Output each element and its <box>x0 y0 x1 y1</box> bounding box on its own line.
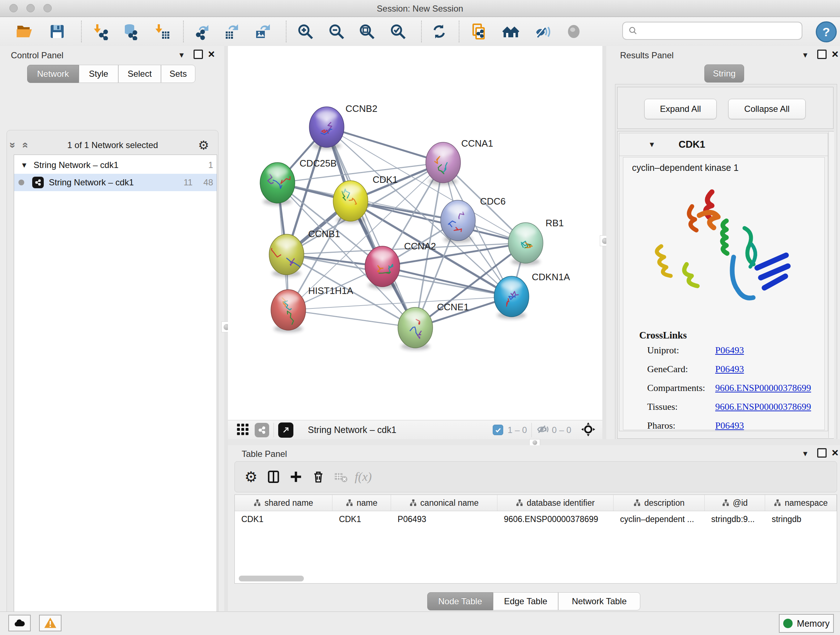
save-session-icon[interactable] <box>48 22 66 41</box>
column-header-description[interactable]: description <box>614 495 705 511</box>
control-panel-close-icon[interactable]: × <box>208 50 215 57</box>
column-header-canonical-name[interactable]: canonical name <box>391 495 497 511</box>
table-panel-close-icon[interactable]: × <box>832 449 838 456</box>
collection-expander-icon[interactable]: ▼ <box>21 161 28 169</box>
crosslink-value-link[interactable]: 9606.ENSP00000378699 <box>715 383 811 394</box>
show-all-networks-icon[interactable] <box>501 22 520 41</box>
zoom-in-icon[interactable] <box>296 22 315 41</box>
cloud-status-button[interactable] <box>8 615 31 631</box>
network-edge[interactable] <box>382 266 512 296</box>
table-cell[interactable]: CDK1 <box>332 515 391 524</box>
network-node-CDKN1A[interactable]: CDKN1A <box>494 272 570 319</box>
gene-section-header[interactable]: ▼ CDK1 <box>619 133 828 156</box>
network-node-CCNE1[interactable]: CCNE1 <box>398 302 469 350</box>
tab-style[interactable]: Style <box>79 65 118 83</box>
zoom-out-icon[interactable] <box>327 22 346 41</box>
import-network-icon[interactable] <box>91 22 110 41</box>
network-node-RB1[interactable]: RB1 <box>508 218 564 265</box>
results-panel-close-icon[interactable]: × <box>832 50 838 57</box>
import-table-icon[interactable] <box>153 22 172 41</box>
table-cell[interactable]: stringdb:9... <box>705 515 765 524</box>
zoom-fit-icon[interactable] <box>357 22 376 41</box>
toolbar-separator <box>459 21 459 42</box>
export-table-icon[interactable] <box>222 22 241 41</box>
open-in-browser-icon[interactable] <box>278 423 294 438</box>
table-row[interactable]: CDK1CDK1P064939606.ENSP00000378699cyclin… <box>235 511 837 527</box>
control-panel-menu-icon[interactable]: ▼ <box>178 51 185 59</box>
network-edge[interactable] <box>288 310 415 328</box>
network-type-icon <box>32 177 44 188</box>
network-collection-row[interactable]: ▼ String Network – cdk1 1 <box>14 155 217 174</box>
search-input[interactable] <box>638 25 791 36</box>
birds-eye-grid-icon[interactable] <box>236 423 249 438</box>
toolbar-search[interactable] <box>622 22 802 40</box>
table-cell[interactable]: cyclin–dependent ... <box>614 515 705 524</box>
crosslink-value-link[interactable]: P06493 <box>715 345 744 356</box>
tab-select[interactable]: Select <box>118 65 161 83</box>
crosslink-value-link[interactable]: P06493 <box>715 420 744 431</box>
table-cell[interactable]: stringdb <box>765 515 837 524</box>
network-edge[interactable] <box>351 201 526 243</box>
tab-node-table[interactable]: Node Table <box>427 592 493 610</box>
crosslink-value-link[interactable]: P06493 <box>715 364 744 375</box>
network-edge[interactable] <box>327 127 443 163</box>
tab-network-table[interactable]: Network Table <box>558 592 640 610</box>
fit-selected-crosshair-icon[interactable] <box>581 422 596 439</box>
tab-string[interactable]: String <box>704 65 744 82</box>
table-cell[interactable]: CDK1 <box>235 515 332 524</box>
network-share-icon[interactable] <box>255 423 269 437</box>
table-hscrollbar[interactable] <box>239 576 304 581</box>
delete-column-icon[interactable] <box>307 466 330 488</box>
results-panel-float-icon[interactable] <box>817 50 827 59</box>
tab-network[interactable]: Network <box>27 65 79 83</box>
network-canvas[interactable]: CCNB2CCNA1CDC25BCDK1CDC6RB1CCNB1CCNA2CDK… <box>228 46 602 420</box>
network-row-selected[interactable]: String Network – cdk1 11 48 <box>14 174 217 191</box>
table-panel-menu-icon[interactable]: ▼ <box>802 450 809 458</box>
column-header-name[interactable]: name <box>332 495 391 511</box>
help-icon[interactable]: ? <box>816 21 837 42</box>
selected-checkbox-icon[interactable] <box>493 424 503 435</box>
column-header-namespace[interactable]: namespace <box>765 495 837 511</box>
column-header-database-identifier[interactable]: database identifier <box>497 495 614 511</box>
copy-network-icon[interactable] <box>470 22 488 41</box>
network-graph[interactable]: CCNB2CCNA1CDC25BCDK1CDC6RB1CCNB1CCNA2CDK… <box>228 46 602 420</box>
column-header-shared-name[interactable]: shared name <box>235 495 332 511</box>
network-node-CDC25B[interactable]: CDC25B <box>260 158 337 205</box>
network-edge[interactable] <box>327 127 415 328</box>
tab-edge-table[interactable]: Edge Table <box>493 592 558 610</box>
control-panel-title: Control Panel <box>11 50 63 60</box>
expand-all-button[interactable]: Expand All <box>644 99 717 119</box>
network-options-gear-icon[interactable]: ⚙ <box>198 138 209 152</box>
show-columns-icon[interactable] <box>262 466 285 488</box>
delete-table-icon[interactable] <box>330 466 352 488</box>
zoom-selected-icon[interactable] <box>388 22 407 41</box>
import-network-from-database-icon[interactable] <box>121 22 140 41</box>
table-settings-gear-icon[interactable]: ⚙ <box>240 466 262 488</box>
column-header-@id[interactable]: @id <box>705 495 765 511</box>
results-panel-menu-icon[interactable]: ▼ <box>802 51 809 59</box>
crosslink-value-link[interactable]: 9606.ENSP00000378699 <box>715 402 811 412</box>
collapse-all-button[interactable]: Collapse All <box>728 99 806 119</box>
memory-button[interactable]: Memory <box>779 614 834 633</box>
gene-expander-icon[interactable]: ▼ <box>648 141 655 149</box>
hide-unhide-icon[interactable] <box>533 22 552 41</box>
tab-sets[interactable]: Sets <box>161 65 195 83</box>
hidden-eye-icon[interactable] <box>536 423 549 437</box>
table-cell[interactable]: P06493 <box>391 515 497 524</box>
function-builder-icon[interactable]: f(x) <box>352 466 374 488</box>
export-network-icon[interactable] <box>193 22 211 41</box>
results-scrollbar[interactable] <box>829 132 834 438</box>
eye-disabled-icon[interactable] <box>564 22 583 41</box>
open-session-icon[interactable] <box>15 22 34 41</box>
table-panel-float-icon[interactable] <box>817 448 827 458</box>
warning-status-button[interactable] <box>39 615 62 631</box>
table-toolbar: ⚙ f(x) <box>234 461 837 492</box>
control-panel: Control Panel ▼ × NetworkStyleSelectSets… <box>0 46 225 611</box>
control-panel-float-icon[interactable] <box>194 50 203 59</box>
export-image-icon[interactable] <box>253 22 272 41</box>
expand-all-icon[interactable]: » <box>18 142 30 149</box>
add-column-icon[interactable] <box>285 466 307 488</box>
collapse-all-icon[interactable]: » <box>7 142 19 149</box>
refresh-icon[interactable] <box>430 22 448 41</box>
table-cell[interactable]: 9606.ENSP00000378699 <box>497 515 614 524</box>
